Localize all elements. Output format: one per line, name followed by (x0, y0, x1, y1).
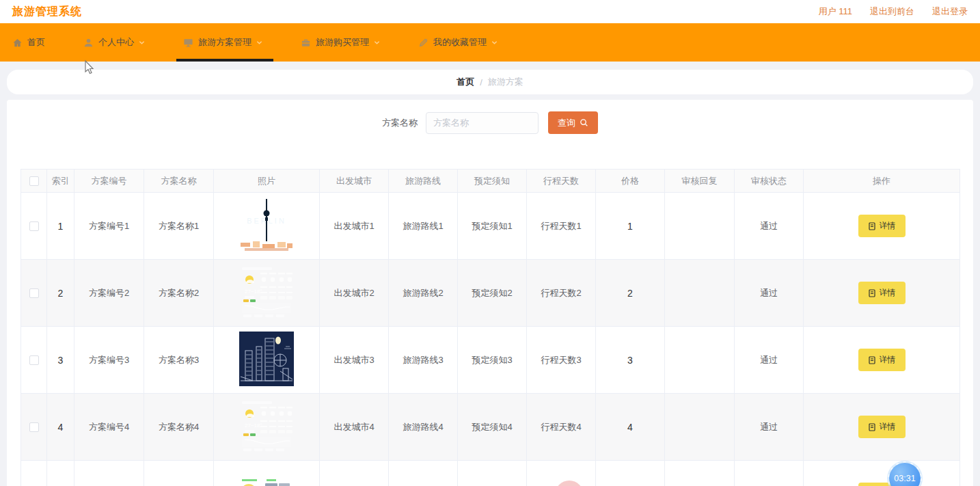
cell-route (389, 461, 458, 486)
chevron-down-icon (256, 40, 262, 46)
user-icon (83, 38, 94, 48)
cell-photo (214, 327, 320, 394)
cell-booking-notice: 预定须知3 (458, 327, 527, 394)
column-header: 操作 (804, 170, 960, 193)
cell-index: 3 (47, 327, 74, 394)
table-header-row: 索引方案编号方案名称照片出发城市旅游路线预定须知行程天数价格审核回复审核状态操作 (21, 170, 960, 193)
table-row: 3方案编号3方案名称3 出发城市3旅游路线3预定须知3行程天数33通过详情 (21, 327, 960, 394)
column-header: 索引 (47, 170, 74, 193)
select-all-checkbox[interactable] (29, 176, 39, 186)
document-icon (868, 356, 876, 364)
column-header: 审核回复 (665, 170, 735, 193)
column-header: 审核状态 (735, 170, 804, 193)
column-header: 旅游路线 (389, 170, 458, 193)
cell-review-reply (665, 193, 735, 260)
nav-item-favorites[interactable]: 我的收藏管理 (410, 23, 515, 62)
cell-price: 1 (596, 193, 665, 260)
document-icon (868, 289, 876, 297)
search-form: 方案名称 查询 (7, 111, 973, 134)
cell-actions: 详情 (804, 394, 960, 461)
cell-route: 旅游路线4 (389, 394, 458, 461)
logout-link[interactable]: 退出登录 (932, 5, 968, 18)
header-links: 用户 111 退出到前台 退出登录 (819, 5, 968, 18)
cell-plan-name: 方案名称2 (144, 260, 214, 327)
cell-departure-city (320, 461, 389, 486)
nav-item-label: 我的收藏管理 (433, 36, 487, 49)
nav-item-label: 首页 (27, 36, 45, 49)
cell-review-reply (665, 394, 735, 461)
cell-photo: BERLIN (214, 193, 320, 260)
search-input[interactable] (426, 112, 539, 134)
nav-item-profile[interactable]: 个人中心 (75, 23, 163, 62)
detail-button[interactable]: 详情 (858, 282, 906, 304)
cell-index (47, 461, 74, 486)
breadcrumb-separator: / (480, 77, 482, 87)
table-row: 1方案编号1方案名称1 BERLIN 出发城市1旅游路线1预定须知1行程天数11… (21, 193, 960, 260)
weather-forecast-widget[interactable]: 27~18° (239, 265, 294, 319)
weather-forecast-widget[interactable]: 27~18° (239, 399, 294, 453)
breadcrumb-home-link[interactable]: 首页 (457, 76, 474, 88)
cell-review-reply (665, 327, 735, 394)
blueprint-city-night[interactable] (239, 332, 294, 386)
svg-text:27~18°: 27~18° (245, 422, 262, 429)
cell-plan-name: 方案名称4 (144, 394, 214, 461)
exit-to-front-link[interactable]: 退出到前台 (870, 5, 914, 18)
cell-booking-notice: 预定须知1 (458, 193, 527, 260)
column-header: 方案名称 (144, 170, 214, 193)
column-header: 出发城市 (320, 170, 389, 193)
detail-button[interactable]: 详情 (858, 416, 906, 438)
briefcase-icon (301, 38, 311, 48)
cell-photo (214, 461, 320, 486)
breadcrumb: 首页 / 旅游方案 (7, 70, 973, 94)
cell-actions: 详情 (804, 260, 960, 327)
detail-button[interactable]: 详情 (858, 349, 906, 371)
nav-item-purchase[interactable]: 旅游购买管理 (292, 23, 398, 62)
nav-item-plans[interactable]: 旅游方案管理 (175, 23, 280, 62)
detail-button-label: 详情 (880, 354, 896, 366)
document-icon (868, 423, 876, 431)
cell-price (596, 461, 665, 486)
cell-route: 旅游路线2 (389, 260, 458, 327)
recording-timer-badge[interactable]: 03:31 (889, 463, 921, 486)
detail-button[interactable]: 详情 (858, 215, 906, 237)
search-button[interactable]: 查询 (548, 111, 598, 134)
timer-progress-arc (887, 461, 923, 486)
cell-index: 4 (47, 394, 74, 461)
cell-plan-name: 方案名称3 (144, 327, 214, 394)
row-checkbox[interactable] (29, 288, 39, 298)
cell-actions: 详情 (804, 461, 960, 486)
cell-review-status: 通过 (735, 260, 804, 327)
nav-item-label: 个人中心 (98, 36, 134, 49)
cell-price: 3 (596, 327, 665, 394)
cell-trip-days: 行程天数1 (527, 193, 596, 260)
cell-price: 4 (596, 394, 665, 461)
row-checkbox[interactable] (29, 221, 39, 231)
cell-booking-notice: 预定须知4 (458, 394, 527, 461)
plans-table: 索引方案编号方案名称照片出发城市旅游路线预定须知行程天数价格审核回复审核状态操作… (21, 169, 960, 486)
chevron-down-icon (139, 40, 145, 46)
cell-plan-code: 方案编号1 (74, 193, 144, 260)
nav-item-home[interactable]: 首页 (4, 23, 63, 62)
svg-text:27~18°: 27~18° (245, 288, 262, 295)
monitor-icon (183, 38, 193, 48)
current-user-label: 用户 111 (819, 5, 852, 18)
column-header: 行程天数 (527, 170, 596, 193)
breadcrumb-current: 旅游方案 (488, 76, 523, 88)
chevron-down-icon (374, 40, 380, 46)
row-checkbox[interactable] (29, 355, 39, 365)
nav-item-label: 旅游方案管理 (198, 36, 251, 49)
column-header: 照片 (214, 170, 320, 193)
search-button-label: 查询 (558, 117, 575, 129)
cell-plan-code: 方案编号4 (74, 394, 144, 461)
column-header: 方案编号 (74, 170, 144, 193)
berlin-tower-night-photo[interactable]: BERLIN (239, 195, 294, 255)
home-icon (12, 38, 23, 48)
sunny-weather-widget[interactable] (239, 465, 294, 486)
cell-index: 1 (47, 193, 74, 260)
chevron-down-icon (491, 40, 498, 46)
column-header: 预定须知 (458, 170, 527, 193)
cell-departure-city: 出发城市3 (320, 327, 389, 394)
cell-route: 旅游路线1 (389, 193, 458, 260)
cell-departure-city: 出发城市2 (320, 260, 389, 327)
row-checkbox[interactable] (29, 422, 39, 432)
